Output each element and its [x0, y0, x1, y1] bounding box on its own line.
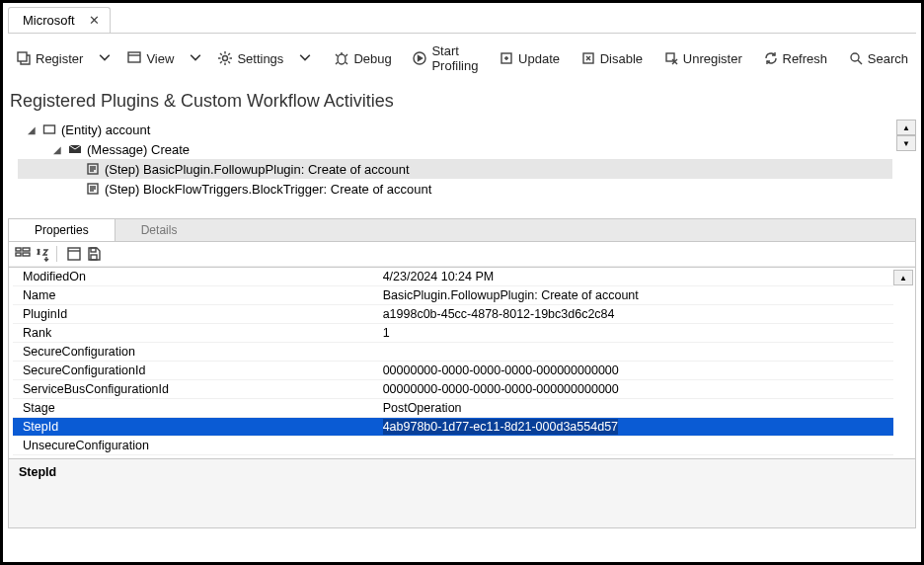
- step-icon: [85, 181, 101, 197]
- svg-rect-18: [91, 248, 96, 252]
- update-icon: [499, 50, 514, 66]
- property-value[interactable]: 1: [383, 326, 893, 340]
- svg-rect-1: [128, 52, 140, 62]
- tree-node-step-selected[interactable]: (Step) BasicPlugin.FollowupPlugin: Creat…: [18, 159, 892, 179]
- unregister-label: Unregister: [683, 51, 742, 66]
- property-value[interactable]: 00000000-0000-0000-0000-000000000000: [383, 363, 893, 377]
- view-icon: [126, 50, 142, 66]
- register-icon: [16, 50, 32, 66]
- view-dropdown[interactable]: [184, 48, 207, 68]
- property-row[interactable]: PluginIda1998c0b-45cc-4878-8012-19bc3d6c…: [13, 305, 893, 324]
- update-button[interactable]: Update: [495, 48, 564, 68]
- search-icon: [848, 50, 864, 66]
- property-value[interactable]: a1998c0b-45cc-4878-8012-19bc3d6c2c84: [383, 307, 893, 321]
- details-tabs: Properties Details: [8, 218, 916, 242]
- entity-icon: [41, 121, 57, 137]
- svg-rect-19: [91, 255, 97, 260]
- details-tab[interactable]: Details: [116, 219, 203, 241]
- property-key: Rank: [13, 326, 383, 340]
- svg-point-3: [338, 54, 346, 64]
- property-row[interactable]: NameBasicPlugin.FollowupPlugin: Create o…: [13, 286, 893, 305]
- svg-rect-17: [68, 248, 80, 260]
- debug-label: Debug: [353, 51, 391, 66]
- play-icon: [412, 50, 427, 66]
- disable-icon: [580, 50, 596, 66]
- refresh-button[interactable]: Refresh: [759, 48, 832, 68]
- document-tab-title: Microsoft: [23, 13, 75, 28]
- property-value[interactable]: BasicPlugin.FollowupPlugin: Create of ac…: [383, 288, 893, 302]
- document-tab-strip: Microsoft ✕: [8, 6, 916, 34]
- scroll-down-icon[interactable]: ▼: [896, 135, 916, 151]
- view-button[interactable]: View: [122, 48, 178, 68]
- svg-rect-13: [16, 248, 21, 251]
- tree-node-entity[interactable]: ◢ (Entity) account: [18, 120, 892, 139]
- property-row[interactable]: UnsecureConfiguration: [13, 437, 893, 455]
- register-label: Register: [36, 51, 83, 66]
- scroll-up-icon[interactable]: ▲: [896, 120, 916, 135]
- property-row[interactable]: StagePostOperation: [13, 399, 893, 418]
- property-row[interactable]: ModifiedOn4/23/2024 10:24 PM: [13, 268, 893, 286]
- save-icon[interactable]: [86, 246, 102, 262]
- property-row[interactable]: SecureConfigurationId00000000-0000-0000-…: [13, 362, 893, 380]
- settings-dropdown[interactable]: [293, 48, 317, 68]
- document-tab[interactable]: Microsoft ✕: [8, 7, 111, 33]
- property-grid-container: ModifiedOn4/23/2024 10:24 PMNameBasicPlu…: [8, 242, 916, 528]
- property-row[interactable]: Rank1: [13, 324, 893, 343]
- step-icon: [85, 161, 101, 177]
- svg-rect-16: [23, 253, 30, 256]
- property-grid-toolbar: [9, 242, 915, 267]
- search-button[interactable]: Search: [844, 48, 912, 68]
- svg-rect-0: [18, 52, 27, 61]
- property-key: StepId: [13, 420, 383, 434]
- property-value[interactable]: 00000000-0000-0000-0000-000000000000: [383, 382, 893, 396]
- property-pages-icon[interactable]: [66, 246, 82, 262]
- refresh-label: Refresh: [783, 51, 828, 66]
- settings-label: Settings: [237, 51, 283, 66]
- debug-icon: [334, 50, 349, 66]
- property-key: SecureConfigurationId: [13, 363, 383, 377]
- debug-button[interactable]: Debug: [330, 48, 395, 68]
- main-toolbar: Register View Settings Debug Start Profi…: [8, 36, 916, 81]
- property-key: Name: [13, 288, 383, 302]
- toolbar-separator: [56, 246, 60, 262]
- svg-rect-15: [23, 248, 30, 251]
- svg-rect-9: [44, 125, 55, 133]
- property-key: ModifiedOn: [13, 270, 383, 283]
- property-value[interactable]: PostOperation: [383, 401, 893, 415]
- gear-icon: [217, 50, 233, 66]
- tree-label: (Message) Create: [87, 142, 190, 157]
- collapse-icon[interactable]: ◢: [28, 124, 38, 135]
- property-description: StepId: [9, 458, 915, 527]
- tree-label: (Step) BasicPlugin.FollowupPlugin: Creat…: [105, 162, 410, 177]
- tree-node-message[interactable]: ◢ (Message) Create: [18, 139, 892, 159]
- property-key: SecureConfiguration: [13, 345, 383, 359]
- tree-scrollbar[interactable]: ▲ ▼: [896, 120, 916, 151]
- view-label: View: [146, 51, 174, 66]
- property-key: UnsecureConfiguration: [13, 439, 383, 452]
- property-row[interactable]: SecureConfiguration: [13, 343, 893, 362]
- scroll-up-icon[interactable]: ▲: [893, 270, 913, 285]
- collapse-icon[interactable]: ◢: [53, 144, 63, 155]
- register-button[interactable]: Register: [12, 48, 87, 68]
- grid-scrollbar[interactable]: ▲: [893, 270, 913, 285]
- disable-label: Disable: [600, 51, 643, 66]
- categorized-icon[interactable]: [15, 246, 31, 262]
- property-row[interactable]: StepId4ab978b0-1d77-ec11-8d21-000d3a554d…: [13, 418, 893, 437]
- close-tab-icon[interactable]: ✕: [89, 13, 100, 28]
- disable-button[interactable]: Disable: [577, 48, 647, 68]
- unregister-button[interactable]: Unregister: [659, 48, 746, 68]
- tree-node-step[interactable]: (Step) BlockFlowTriggers.BlockTrigger: C…: [18, 179, 892, 199]
- tree-view: ◢ (Entity) account ◢ (Message) Create (S…: [8, 120, 916, 214]
- property-description-title: StepId: [19, 465, 905, 479]
- start-profiling-button[interactable]: Start Profiling: [408, 41, 482, 75]
- property-value[interactable]: 4ab978b0-1d77-ec11-8d21-000d3a554d57: [383, 420, 893, 434]
- property-row[interactable]: ServiceBusConfigurationId00000000-0000-0…: [13, 380, 893, 399]
- property-key: Stage: [13, 401, 383, 415]
- properties-tab[interactable]: Properties: [9, 219, 116, 241]
- property-key: PluginId: [13, 307, 383, 321]
- settings-button[interactable]: Settings: [213, 48, 287, 68]
- refresh-icon: [763, 50, 779, 66]
- register-dropdown[interactable]: [93, 48, 116, 68]
- alphabetical-icon[interactable]: [35, 246, 50, 262]
- property-value[interactable]: 4/23/2024 10:24 PM: [383, 270, 893, 283]
